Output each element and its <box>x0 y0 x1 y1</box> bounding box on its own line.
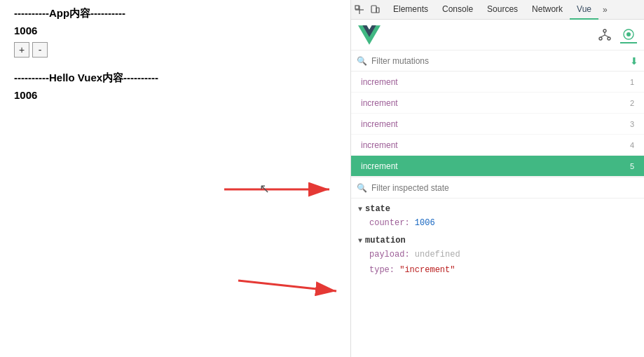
svg-line-14 <box>605 35 609 37</box>
inspect-element-icon[interactable] <box>354 4 365 15</box>
vue-logo <box>358 24 381 46</box>
increment-button[interactable]: + <box>14 42 29 58</box>
counter-value-2: 1006 <box>14 89 336 101</box>
devtools-tab-bar: Elements Console Sources Network Vue » <box>351 0 644 20</box>
vuex-title: ----------Hello Vuex内容---------- <box>14 72 336 85</box>
device-toolbar-icon[interactable] <box>369 4 381 15</box>
mutation-payload-item: payload: undefined <box>358 248 637 262</box>
app-content-panel: ----------App内容---------- 1006 + - -----… <box>0 0 350 357</box>
state-tree: ▼ state counter: 1006 ▼ mutation payload… <box>351 198 644 357</box>
tab-console[interactable]: Console <box>435 0 480 20</box>
mutation-collapse-arrow: ▼ <box>358 237 362 245</box>
search-state-icon: 🔍 <box>357 183 367 193</box>
mutation-section: ▼ mutation payload: undefined type: "inc… <box>358 236 637 277</box>
counter-value-display: 1006 <box>415 218 435 228</box>
mutation-item-3[interactable]: increment 3 <box>351 114 644 135</box>
mutation-section-header[interactable]: ▼ mutation <box>358 236 637 245</box>
vue-devtools-content: 🔍 ⬇ increment 1 increment 2 increment 3 … <box>351 20 644 357</box>
filter-mutations-bar: 🔍 ⬇ <box>351 50 644 72</box>
counter-key: counter: <box>369 218 410 228</box>
tab-vue[interactable]: Vue <box>570 0 598 20</box>
mutation-type-item: type: "increment" <box>358 264 637 277</box>
vue-header-icons <box>596 27 637 43</box>
svg-line-13 <box>601 35 605 37</box>
svg-point-10 <box>599 37 602 40</box>
tab-more-button[interactable]: » <box>598 2 612 18</box>
state-section-header[interactable]: ▼ state <box>358 204 637 214</box>
svg-rect-8 <box>376 8 379 13</box>
mutation-section-label: mutation <box>365 236 406 245</box>
devtools-tab-icons <box>354 4 381 15</box>
mutation-item-1[interactable]: increment 1 <box>351 72 644 93</box>
filter-mutations-input[interactable] <box>371 56 630 66</box>
svg-point-16 <box>626 32 631 36</box>
download-icon[interactable]: ⬇ <box>630 55 638 67</box>
filter-state-input[interactable] <box>371 183 638 193</box>
mutation-item-4[interactable]: increment 4 <box>351 135 644 156</box>
state-section: ▼ state counter: 1006 <box>358 204 637 230</box>
tab-elements[interactable]: Elements <box>386 0 435 20</box>
component-tree-icon[interactable] <box>596 27 613 43</box>
mutations-list: increment 1 increment 2 increment 3 incr… <box>351 72 644 177</box>
mutation-item-2[interactable]: increment 2 <box>351 93 644 114</box>
tab-sources[interactable]: Sources <box>480 0 525 20</box>
tab-network[interactable]: Network <box>525 0 570 20</box>
svg-point-9 <box>603 29 606 32</box>
app-title: ----------App内容---------- <box>14 7 336 20</box>
decrement-button[interactable]: - <box>32 42 48 58</box>
payload-key: payload: <box>369 250 410 260</box>
state-section-label: state <box>365 204 390 214</box>
svg-line-3 <box>238 281 336 291</box>
mouse-cursor: ↖ <box>259 181 270 196</box>
devtools-panel: Elements Console Sources Network Vue » <box>350 0 644 357</box>
state-counter-item: counter: 1006 <box>358 217 637 230</box>
type-value: "increment" <box>399 265 455 275</box>
svg-rect-4 <box>355 6 359 9</box>
svg-point-11 <box>608 37 610 40</box>
filter-state-bar: 🔍 <box>351 177 644 198</box>
payload-value: undefined <box>415 250 460 260</box>
counter-value-1: 1006 <box>14 25 336 36</box>
state-collapse-arrow: ▼ <box>358 206 362 213</box>
mutation-item-5-selected[interactable]: increment 5 <box>351 156 644 177</box>
search-mutations-icon: 🔍 <box>357 56 367 66</box>
counter-buttons: + - <box>14 42 336 58</box>
type-key: type: <box>369 265 395 275</box>
vue-header <box>351 20 644 50</box>
vuex-icon[interactable] <box>620 27 637 43</box>
svg-rect-7 <box>371 6 376 13</box>
